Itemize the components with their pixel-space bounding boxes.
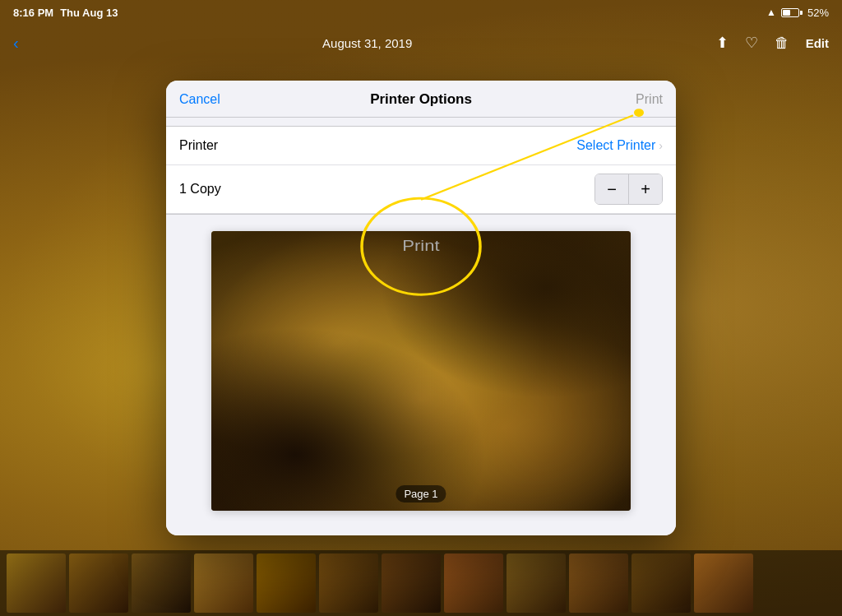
- photo-layer-dark: [211, 231, 631, 511]
- copy-stepper: − +: [594, 174, 663, 205]
- printer-label: Printer: [179, 138, 218, 153]
- increment-button[interactable]: +: [629, 174, 662, 204]
- annotation-arrow-dot: [634, 109, 644, 117]
- printer-options-modal: Cancel Printer Options Print Printer Sel…: [166, 81, 676, 535]
- page-label: Page 1: [396, 485, 446, 503]
- cancel-button[interactable]: Cancel: [179, 92, 220, 107]
- print-button[interactable]: Print: [636, 92, 663, 107]
- copy-label: 1 Copy: [179, 182, 221, 197]
- select-printer-text: Select Printer: [576, 138, 655, 153]
- modal-overlay: Cancel Printer Options Print Printer Sel…: [0, 0, 842, 616]
- printer-row[interactable]: Printer Select Printer ›: [166, 127, 676, 165]
- copy-row: 1 Copy − +: [166, 165, 676, 214]
- select-printer-control[interactable]: Select Printer ›: [576, 138, 663, 153]
- modal-title: Printer Options: [370, 91, 472, 108]
- header-separator: [166, 117, 676, 118]
- preview-image: Page 1: [211, 231, 631, 511]
- decrement-button[interactable]: −: [595, 174, 628, 204]
- options-group: Printer Select Printer › 1 Copy − +: [166, 126, 676, 215]
- print-preview-area: Page 1: [166, 215, 676, 535]
- modal-header: Cancel Printer Options Print: [166, 81, 676, 107]
- chevron-right-icon: ›: [659, 139, 663, 152]
